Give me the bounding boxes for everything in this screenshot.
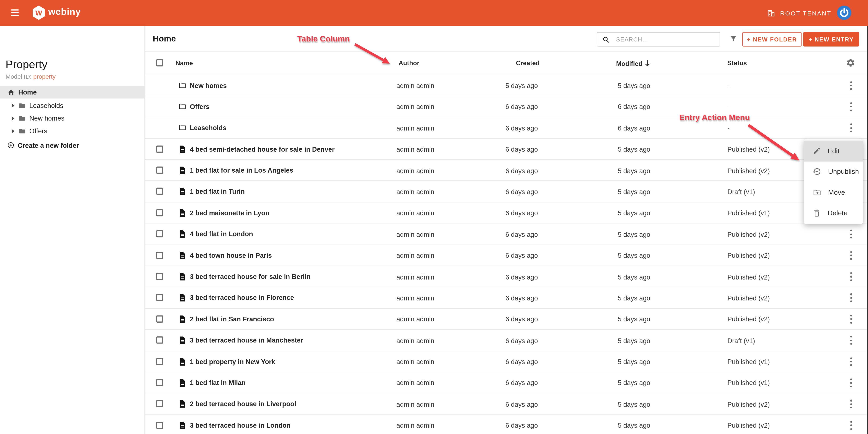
cell-modified: 5 days ago — [618, 145, 650, 153]
new-folder-button[interactable]: + NEW FOLDER — [742, 32, 802, 46]
folder-icon — [18, 102, 26, 109]
cell-status: - — [727, 124, 730, 132]
row-checkbox[interactable] — [156, 209, 163, 216]
column-header-modified[interactable]: Modified — [616, 60, 651, 67]
document-icon — [178, 230, 186, 239]
table-row-entry[interactable]: 3 bed terraced house in Florence admin a… — [145, 288, 868, 308]
row-checkbox[interactable] — [156, 358, 163, 365]
row-actions-kebab-icon[interactable] — [849, 315, 854, 324]
model-id-value[interactable]: property — [33, 73, 56, 80]
create-new-folder-button[interactable]: Create a new folder — [0, 139, 145, 152]
row-checkbox[interactable] — [156, 422, 163, 429]
menu-item-label: Unpublish — [828, 168, 859, 175]
tenant-label: ROOT TENANT — [780, 10, 831, 16]
sidebar-item-label: Leaseholds — [29, 102, 63, 109]
cell-name: 2 bed terraced house in Liverpool — [190, 400, 296, 408]
row-checkbox[interactable] — [156, 379, 163, 386]
column-header-name[interactable]: Name — [176, 60, 193, 66]
menu-item-edit[interactable]: Edit — [804, 140, 863, 161]
row-actions-kebab-icon[interactable] — [849, 400, 854, 409]
row-checkbox[interactable] — [156, 166, 163, 174]
cell-status: Published (v2) — [727, 273, 770, 281]
user-avatar[interactable] — [837, 5, 851, 20]
row-actions-kebab-icon[interactable] — [849, 81, 854, 90]
sidebar-item-new-homes[interactable]: New homes — [0, 112, 145, 125]
row-checkbox[interactable] — [156, 188, 163, 195]
table-row-entry[interactable]: 4 bed semi-detached house for sale in De… — [145, 139, 868, 160]
table-row-entry[interactable]: 3 bed terraced house in Manchester admin… — [145, 330, 868, 351]
cell-created: 6 days ago — [505, 358, 538, 366]
filter-icon[interactable] — [728, 34, 739, 44]
row-checkbox[interactable] — [156, 315, 163, 323]
webiny-logo-icon[interactable]: W — [33, 5, 45, 20]
table-row-entry[interactable]: 4 bed flat in London admin admin 6 days … — [145, 224, 868, 245]
table-row-entry[interactable]: 2 bed terraced house in Liverpool admin … — [145, 394, 868, 415]
row-actions-kebab-icon[interactable] — [849, 336, 854, 345]
cell-status: Published (v2) — [727, 167, 770, 175]
cell-name: 3 bed terraced house in Florence — [190, 294, 294, 302]
row-actions-kebab-icon[interactable] — [849, 294, 854, 302]
hamburger-menu-icon[interactable] — [11, 9, 19, 16]
row-checkbox[interactable] — [156, 400, 163, 407]
table-row-entry[interactable]: 4 bed town house in Paris admin admin 6 … — [145, 245, 868, 266]
document-icon — [178, 208, 186, 218]
row-checkbox[interactable] — [156, 145, 163, 153]
table-row-entry[interactable]: 2 bed maisonette in Lyon admin admin 6 d… — [145, 202, 868, 224]
row-actions-kebab-icon[interactable] — [849, 124, 854, 133]
cell-author: admin admin — [396, 231, 434, 238]
column-header-created[interactable]: Created — [516, 60, 540, 66]
cell-modified: 5 days ago — [618, 82, 650, 90]
table-row-folder[interactable]: New homes admin admin 5 days ago 5 days … — [145, 75, 868, 96]
building-icon — [767, 8, 776, 18]
column-header-status[interactable]: Status — [727, 60, 747, 66]
table-row-entry[interactable]: 1 bed property in New York admin admin 6… — [145, 351, 868, 372]
row-actions-kebab-icon[interactable] — [849, 378, 854, 388]
row-checkbox[interactable] — [156, 336, 163, 343]
row-checkbox[interactable] — [156, 294, 163, 301]
table-row-entry[interactable]: 1 bed flat for sale in Los Angeles admin… — [145, 160, 868, 181]
row-actions-kebab-icon[interactable] — [849, 421, 854, 430]
sidebar-item-offers[interactable]: Offers — [0, 125, 145, 138]
table-row-entry[interactable]: 1 bed flat in Milan admin admin 6 days a… — [145, 372, 868, 394]
table-row-entry[interactable]: 3 bed terraced house in London admin adm… — [145, 415, 868, 434]
menu-item-move[interactable]: Move — [804, 182, 863, 203]
new-entry-button[interactable]: + NEW ENTRY — [803, 32, 859, 46]
column-header-author[interactable]: Author — [399, 60, 420, 66]
table-row-folder[interactable]: Offers admin admin 6 days ago 6 days ago… — [145, 96, 868, 117]
cell-author: admin admin — [396, 315, 434, 323]
table-row-entry[interactable]: 1 bed flat in Turin admin admin 6 days a… — [145, 181, 868, 202]
window-right-edge — [867, 26, 868, 434]
chevron-right-icon[interactable] — [11, 103, 14, 108]
tenant-selector[interactable]: ROOT TENANT — [767, 0, 832, 26]
row-actions-kebab-icon[interactable] — [849, 102, 854, 111]
document-icon — [178, 315, 186, 324]
row-actions-kebab-icon[interactable] — [849, 357, 854, 366]
menu-item-delete[interactable]: Delete — [804, 203, 863, 224]
row-actions-kebab-icon[interactable] — [849, 230, 854, 239]
select-all-checkbox[interactable] — [156, 59, 163, 66]
row-actions-kebab-icon[interactable] — [849, 272, 854, 281]
row-checkbox[interactable] — [156, 230, 163, 237]
gear-icon[interactable] — [846, 58, 855, 67]
cell-created: 6 days ago — [505, 188, 538, 196]
chevron-right-icon[interactable] — [11, 116, 14, 121]
cell-created: 6 days ago — [505, 231, 538, 238]
document-icon — [178, 378, 186, 388]
cell-author: admin admin — [396, 145, 434, 153]
row-checkbox[interactable] — [156, 252, 163, 259]
search-input[interactable] — [615, 35, 711, 43]
cell-name: 2 bed flat in San Francisco — [190, 315, 274, 323]
sidebar-item-leaseholds[interactable]: Leaseholds — [0, 99, 145, 112]
row-actions-kebab-icon[interactable] — [849, 251, 854, 260]
cell-author: admin admin — [396, 188, 434, 196]
row-checkbox[interactable] — [156, 273, 163, 280]
chevron-right-icon[interactable] — [11, 129, 14, 134]
sidebar-item-home[interactable]: Home — [0, 86, 145, 99]
cell-status: Published (v2) — [727, 252, 770, 260]
cell-author: admin admin — [396, 294, 434, 302]
table-row-folder[interactable]: Leaseholds admin admin 6 days ago 6 days… — [145, 118, 868, 139]
table-row-entry[interactable]: 3 bed terraced house for sale in Berlin … — [145, 266, 868, 287]
table-row-entry[interactable]: 2 bed flat in San Francisco admin admin … — [145, 308, 868, 330]
menu-item-unpublish[interactable]: Unpublish — [804, 161, 863, 182]
entry-action-menu: Edit Unpublish Move Delete — [804, 139, 863, 224]
